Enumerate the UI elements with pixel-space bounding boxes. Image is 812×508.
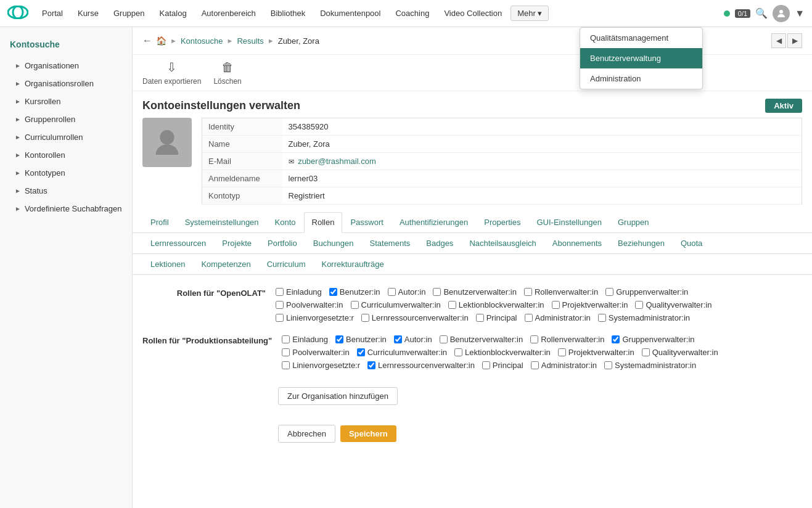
checkbox-pd_lernressourcenverwalter[interactable] <box>367 361 375 369</box>
checkbox-label-oo_principal[interactable]: Principal <box>486 313 517 322</box>
sidebar-item-kontorollen[interactable]: ► Kontorollen <box>0 146 132 164</box>
checkbox-oo_benutzerverwalter[interactable] <box>433 288 441 296</box>
checkbox-label-pd_autor[interactable]: Autor:in <box>404 335 432 344</box>
nav-katalog[interactable]: Katalog <box>154 6 193 20</box>
nav-video-collection[interactable]: Video Collection <box>438 6 508 20</box>
checkbox-oo_administrator[interactable] <box>525 314 533 322</box>
checkbox-label-pd_benutzerverwalter[interactable]: Benutzerverwalter:in <box>450 335 523 344</box>
checkbox-label-oo_qualityverwalter[interactable]: Qualityverwalter:in <box>646 300 712 309</box>
checkbox-label-pd_rollenverwalter[interactable]: Rollenverwalter:in <box>541 335 604 344</box>
tab-konto[interactable]: Konto <box>267 212 304 232</box>
tab-badges[interactable]: Badges <box>418 233 461 253</box>
nav-portal[interactable]: Portal <box>36 6 69 20</box>
checkbox-pd_systemadministrator[interactable] <box>604 361 612 369</box>
avatar[interactable] <box>773 5 790 22</box>
tab-gui-einstellungen[interactable]: GUI-Einstellungen <box>528 212 610 232</box>
checkbox-label-pd_principal[interactable]: Principal <box>493 361 523 370</box>
checkbox-label-pd_gruppenverwalter[interactable]: Gruppenverwalter:in <box>622 335 694 344</box>
checkbox-pd_gruppenverwalter[interactable] <box>612 335 620 343</box>
checkbox-label-oo_einladung[interactable]: Einladung <box>286 287 322 297</box>
checkbox-pd_linienvorgesetzte[interactable] <box>282 361 290 369</box>
checkbox-oo_lektionblockverwalter[interactable] <box>448 301 456 309</box>
checkbox-label-oo_administrator[interactable]: Administrator:in <box>535 313 591 322</box>
dropdown-qualitaetsmanagement[interactable]: Qualitätsmanagement <box>580 28 702 48</box>
checkbox-pd_rollenverwalter[interactable] <box>530 335 538 343</box>
breadcrumb-kontosuche[interactable]: Kontosuche <box>181 36 223 46</box>
sidebar-item-kontotypen[interactable]: ► Kontotypen <box>0 164 132 182</box>
sidebar-item-organisationsrollen[interactable]: ► Organisationsrollen <box>0 75 132 92</box>
sidebar-item-kursrollen[interactable]: ► Kursrollen <box>0 92 132 110</box>
home-icon[interactable]: 🏠 <box>156 36 166 46</box>
checkbox-label-oo_autor[interactable]: Autor:in <box>398 287 426 297</box>
tab-properties[interactable]: Properties <box>476 212 528 232</box>
checkbox-label-oo_lernressourcenverwalter[interactable]: Lernressourcenverwalter:in <box>372 313 469 322</box>
checkbox-label-pd_projektverwalter[interactable]: Projektverwalter:in <box>568 348 634 357</box>
tab-kompetenzen[interactable]: Kompetenzen <box>193 254 258 274</box>
checkbox-label-pd_qualityverwalter[interactable]: Qualityverwalter:in <box>652 348 718 357</box>
checkbox-label-pd_lernressourcenverwalter[interactable]: Lernressourcenverwalter:in <box>378 361 475 370</box>
checkbox-pd_poolverwalter[interactable] <box>282 348 290 356</box>
checkbox-oo_systemadministrator[interactable] <box>598 314 606 322</box>
checkbox-label-oo_benutzerverwalter[interactable]: Benutzerverwalter:in <box>443 287 517 297</box>
checkbox-oo_projektverwalter[interactable] <box>552 301 560 309</box>
tab-lektionen[interactable]: Lektionen <box>142 254 193 274</box>
logo[interactable] <box>7 6 28 21</box>
checkbox-oo_gruppenverwalter[interactable] <box>605 288 613 296</box>
next-record-btn[interactable]: ▶ <box>787 33 802 48</box>
checkbox-pd_administrator[interactable] <box>531 361 539 369</box>
checkbox-label-pd_systemadministrator[interactable]: Systemadministrator:in <box>615 361 696 370</box>
breadcrumb-results[interactable]: Results <box>237 36 263 46</box>
checkbox-pd_qualityverwalter[interactable] <box>642 348 650 356</box>
delete-btn[interactable]: 🗑 Löschen <box>213 60 241 86</box>
checkbox-pd_benutzer[interactable] <box>335 335 343 343</box>
checkbox-oo_linienvorgesetzte[interactable] <box>276 314 284 322</box>
checkbox-label-oo_curriculumverwalter[interactable]: Curriculumverwalter:in <box>361 300 441 309</box>
tab-korrekturauftr-ge[interactable]: Korrekturaufträge <box>313 254 392 274</box>
checkbox-label-pd_administrator[interactable]: Administrator:in <box>541 361 597 370</box>
checkbox-label-pd_linienvorgesetzte[interactable]: Linienvorgesetzte:r <box>292 361 360 370</box>
search-icon[interactable]: 🔍 <box>755 7 768 19</box>
sidebar-item-gruppenrollen[interactable]: ► Gruppenrollen <box>0 110 132 128</box>
tab-systemeinstellungen[interactable]: Systemeinstellungen <box>177 212 267 232</box>
checkbox-pd_projektverwalter[interactable] <box>558 348 566 356</box>
email-link[interactable]: zuber@trashmail.com <box>298 157 376 166</box>
tab-rollen[interactable]: Rollen <box>304 212 343 233</box>
checkbox-label-pd_curriculumverwalter[interactable]: Curriculumverwalter:in <box>367 348 447 357</box>
prev-record-btn[interactable]: ◀ <box>771 33 786 48</box>
tab-gruppen[interactable]: Gruppen <box>610 212 657 232</box>
nav-gruppen[interactable]: Gruppen <box>107 6 151 20</box>
checkbox-label-oo_poolverwalter[interactable]: Poolverwalter:in <box>286 300 343 309</box>
tab-projekte[interactable]: Projekte <box>214 233 260 253</box>
checkbox-label-pd_einladung[interactable]: Einladung <box>292 335 328 344</box>
tab-authentifizierungen[interactable]: Authentifizierungen <box>392 212 476 232</box>
checkbox-label-pd_benutzer[interactable]: Benutzer:in <box>346 335 387 344</box>
checkbox-oo_benutzer[interactable] <box>329 288 337 296</box>
dropdown-administration[interactable]: Administration <box>580 68 702 89</box>
checkbox-oo_principal[interactable] <box>476 314 484 322</box>
tab-curriculum[interactable]: Curriculum <box>259 254 314 274</box>
checkbox-label-oo_benutzer[interactable]: Benutzer:in <box>340 287 380 297</box>
tab-portfolio[interactable]: Portfolio <box>260 233 305 253</box>
tab-statements[interactable]: Statements <box>362 233 419 253</box>
checkbox-oo_autor[interactable] <box>388 288 396 296</box>
export-btn[interactable]: ⇩ Daten exportieren <box>142 60 201 86</box>
save-button[interactable]: Speichern <box>340 425 396 442</box>
checkbox-label-pd_poolverwalter[interactable]: Poolverwalter:in <box>292 348 350 357</box>
checkbox-label-pd_lektionblockverwalter[interactable]: Lektionblockverwalter:in <box>465 348 551 357</box>
nav-autorenbereich[interactable]: Autorenbereich <box>195 6 262 20</box>
nav-dokumentenpool[interactable]: Dokumentenpool <box>314 6 387 20</box>
tab-passwort[interactable]: Passwort <box>342 212 391 232</box>
checkbox-oo_curriculumverwalter[interactable] <box>351 301 359 309</box>
add-org-button[interactable]: Zur Organisation hinzufügen <box>278 387 398 405</box>
user-menu-chevron[interactable]: ▼ <box>795 8 805 19</box>
checkbox-label-oo_lektionblockverwalter[interactable]: Lektionblockverwalter:in <box>459 300 544 309</box>
checkbox-label-oo_rollenverwalter[interactable]: Rollenverwalter:in <box>535 287 598 297</box>
tab-quota[interactable]: Quota <box>673 233 710 253</box>
checkbox-label-oo_linienvorgesetzte[interactable]: Linienvorgesetzte:r <box>286 313 354 322</box>
checkbox-label-oo_systemadministrator[interactable]: Systemadministrator:in <box>609 313 690 322</box>
checkbox-oo_rollenverwalter[interactable] <box>524 288 532 296</box>
tab-abonnements[interactable]: Abonnements <box>544 233 610 253</box>
breadcrumb-back-btn[interactable]: ← <box>142 35 152 46</box>
checkbox-pd_autor[interactable] <box>394 335 402 343</box>
sidebar-item-vordefinierte-suchabfragen[interactable]: ► Vordefinierte Suchabfragen <box>0 200 132 218</box>
